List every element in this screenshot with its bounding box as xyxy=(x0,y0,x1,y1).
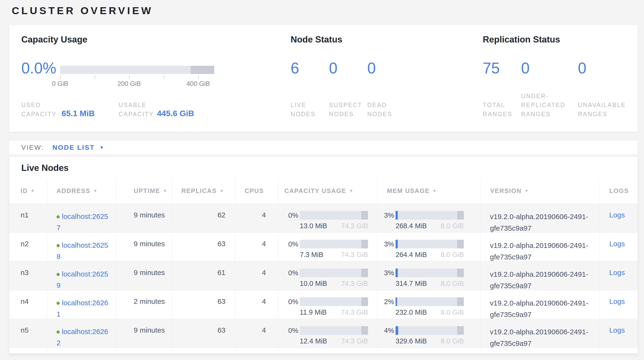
usable-capacity-label: USABLE CAPACITY xyxy=(118,101,156,119)
table-row: n2 localhost:26258 9 minutes 63 4 0% 7.3… xyxy=(9,233,638,261)
node-replicas-cell: 62 xyxy=(172,204,235,234)
node-address-link[interactable]: localhost:26262 xyxy=(56,328,108,347)
node-cpus-cell: 4 xyxy=(235,233,278,263)
node-capacity-usage-cell: 0% 11.9 MiB 74.3 GiB xyxy=(278,290,378,320)
column-header-address[interactable]: ADDRESS ▼ xyxy=(47,178,116,204)
logs-link[interactable]: Logs xyxy=(609,326,625,334)
capacity-used-value: 12.4 MiB xyxy=(300,337,327,345)
node-id-cell: n4 xyxy=(9,290,47,320)
logs-link[interactable]: Logs xyxy=(609,240,625,248)
node-logs-cell: Logs xyxy=(600,319,638,349)
live-nodes-header-row: ID ▼ ADDRESS ▼ UPTIME ▼ REPLICAS ▼ CPUS … xyxy=(9,178,638,204)
node-uptime-cell: 9 minutes xyxy=(116,233,172,263)
mem-used-value: 268.4 MiB xyxy=(396,222,427,230)
node-version-cell: v19.2.0-alpha.20190606-2491-gfe735c9a97 xyxy=(481,233,600,263)
total-ranges-count: 75 xyxy=(483,61,521,76)
view-selector-bar: VIEW: NODE LIST ▼ xyxy=(9,140,638,154)
view-dropdown[interactable]: NODE LIST ▼ xyxy=(52,144,104,151)
mem-total-value: 8.0 GiB xyxy=(440,222,464,230)
capacity-percent: 0% xyxy=(288,269,298,277)
chevron-down-icon[interactable]: ▼ xyxy=(100,145,104,150)
mem-total-value: 8.0 GiB xyxy=(440,251,464,259)
mem-bar xyxy=(396,326,464,335)
mem-used-value: 232.0 MiB xyxy=(396,308,427,316)
column-header-logs: LOGS xyxy=(600,178,638,204)
node-address-cell: localhost:26258 xyxy=(47,233,116,263)
mem-used-value: 314.7 MiB xyxy=(396,280,427,287)
node-address-cell: localhost:26257 xyxy=(47,204,116,234)
mem-percent: 4% xyxy=(384,327,394,334)
capacity-total-value: 74.3 GiB xyxy=(341,222,368,230)
usable-capacity-value: 445.6 GiB xyxy=(157,109,194,119)
mem-percent: 3% xyxy=(384,240,394,248)
view-dropdown-selected[interactable]: NODE LIST xyxy=(52,144,95,151)
column-header-id[interactable]: ID ▼ xyxy=(9,178,47,204)
column-header-mem-usage[interactable]: MEM USAGE ▼ xyxy=(378,178,481,204)
column-header-replicas[interactable]: REPLICAS ▼ xyxy=(172,178,235,204)
unavailable-ranges-label: UNAVAILABLE RANGES xyxy=(578,101,626,119)
logs-link[interactable]: Logs xyxy=(609,211,625,219)
node-id-cell: n2 xyxy=(9,233,47,263)
capacity-total-value: 74.3 GiB xyxy=(341,337,368,345)
node-replicas-cell: 63 xyxy=(172,290,235,320)
axis-tick-label: 0 GiB xyxy=(52,80,68,88)
table-row: n3 localhost:26259 9 minutes 61 4 0% 10.… xyxy=(9,261,638,290)
under-replicated-ranges-label: UNDER-REPLICATED RANGES xyxy=(521,92,566,119)
replication-status-title: Replication Status xyxy=(483,35,560,45)
live-nodes-card: Live Nodes ID ▼ ADDRESS ▼ UPTIME ▼ REPLI… xyxy=(9,156,638,353)
capacity-usage-section: Capacity Usage 0.0% 0 GiB 200 GiB 400 Gi… xyxy=(21,25,88,132)
node-cpus-cell: 4 xyxy=(235,204,278,234)
column-header-version[interactable]: VERSION ▼ xyxy=(481,178,600,204)
node-logs-cell: Logs xyxy=(600,290,638,320)
replication-status-section: Replication Status 75 0 0 TOTAL RANGES U… xyxy=(483,25,560,132)
capacity-percent: 0% xyxy=(288,240,298,248)
node-capacity-usage-cell: 0% 12.4 MiB 74.3 GiB xyxy=(278,319,378,349)
total-ranges-label: TOTAL RANGES xyxy=(483,101,519,119)
node-address-link[interactable]: localhost:26257 xyxy=(56,212,108,232)
capacity-usage-bar: 0 GiB 200 GiB 400 GiB xyxy=(60,66,214,88)
used-capacity-value: 65.1 MiB xyxy=(62,109,95,119)
node-address-cell: localhost:26261 xyxy=(47,290,116,320)
node-mem-usage-cell: 3% 264.4 MiB 8.0 GiB xyxy=(378,233,481,263)
unavailable-ranges-count: 0 xyxy=(578,61,586,76)
mem-used-value: 264.4 MiB xyxy=(396,251,427,259)
suspect-nodes-count: 0 xyxy=(329,61,367,76)
node-replicas-cell: 63 xyxy=(172,319,235,349)
axis-tick-label: 400 GiB xyxy=(186,80,210,88)
node-logs-cell: Logs xyxy=(600,204,638,234)
capacity-bar xyxy=(300,211,368,220)
mem-total-value: 8.0 GiB xyxy=(440,337,464,345)
node-address-link[interactable]: localhost:26258 xyxy=(56,241,108,260)
sort-desc-icon: ▼ xyxy=(432,189,437,194)
sort-desc-icon: ▼ xyxy=(349,189,354,194)
node-address-link[interactable]: localhost:26259 xyxy=(56,270,108,289)
node-id-cell: n1 xyxy=(9,204,47,234)
mem-total-value: 8.0 GiB xyxy=(440,308,464,316)
capacity-usage-title: Capacity Usage xyxy=(21,35,88,45)
sort-desc-icon: ▼ xyxy=(524,189,529,194)
mem-percent: 3% xyxy=(384,212,394,219)
sort-desc-icon: ▼ xyxy=(163,189,168,194)
live-nodes-title: Live Nodes xyxy=(21,163,638,173)
capacity-used-value: 10.0 MiB xyxy=(300,280,327,287)
node-logs-cell: Logs xyxy=(600,233,638,263)
live-nodes-tbody: n1 localhost:26257 9 minutes 62 4 0% 13.… xyxy=(9,204,638,348)
node-address-link[interactable]: localhost:26261 xyxy=(56,299,108,318)
capacity-percent: 0% xyxy=(288,212,298,219)
logs-link[interactable]: Logs xyxy=(609,269,625,276)
node-address-cell: localhost:26262 xyxy=(47,319,116,349)
logs-link[interactable]: Logs xyxy=(609,297,625,305)
node-uptime-cell: 9 minutes xyxy=(116,261,172,292)
mem-total-value: 8.0 GiB xyxy=(440,280,464,287)
column-header-capacity-usage[interactable]: CAPACITY USAGE ▼ xyxy=(278,178,378,204)
node-version-cell: v19.2.0-alpha.20190606-2491-gfe735c9a97 xyxy=(481,319,600,349)
node-status-title: Node Status xyxy=(290,35,342,45)
mem-percent: 2% xyxy=(384,298,394,306)
node-cpus-cell: 4 xyxy=(235,290,278,320)
capacity-bar xyxy=(300,269,368,277)
used-capacity-stat: USED CAPACITY 65.1 MiB xyxy=(21,101,95,119)
sort-desc-icon: ▼ xyxy=(220,189,224,194)
node-uptime-cell: 2 minutes xyxy=(116,290,172,320)
column-header-uptime[interactable]: UPTIME ▼ xyxy=(116,178,172,204)
capacity-total-value: 74.3 GiB xyxy=(341,308,368,316)
